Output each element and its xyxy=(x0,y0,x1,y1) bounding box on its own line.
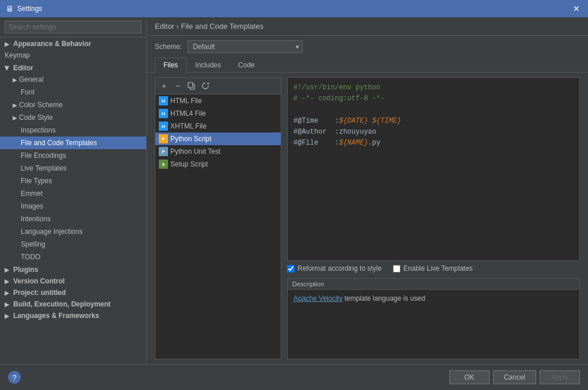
live-templates-label: Enable Live Templates xyxy=(403,264,473,272)
sidebar-item-live-templates[interactable]: Live Templates xyxy=(0,162,146,175)
help-button[interactable]: ? xyxy=(8,371,21,384)
html4-icon: H xyxy=(159,109,168,118)
file-item-label: HTML File xyxy=(170,97,202,105)
tabs-row: Files Includes Code xyxy=(147,58,588,73)
sidebar-item-spelling[interactable]: Spelling xyxy=(0,238,146,251)
sidebar-item-file-encodings[interactable]: File Encodings xyxy=(0,149,146,162)
reformat-checkbox[interactable] xyxy=(287,265,295,272)
setup-icon: S xyxy=(159,160,168,169)
search-input[interactable] xyxy=(5,21,142,33)
window-title: Settings xyxy=(17,5,571,13)
sidebar-item-version-control[interactable]: ▶ Version Control xyxy=(0,275,146,286)
code-editor[interactable]: #!/usr/bin/env python # -*- coding:utf-8… xyxy=(287,77,580,261)
sidebar-item-editor[interactable]: ▶ Editor xyxy=(0,62,146,73)
description-section: Description Apache Velocity template lan… xyxy=(287,278,580,359)
sidebar-item-images[interactable]: Images xyxy=(0,200,146,213)
list-item[interactable]: H XHTML File xyxy=(155,120,281,132)
arrow-icon: ▶ xyxy=(4,66,10,70)
file-item-label: HTML4 File xyxy=(170,109,206,118)
sidebar-item-color-scheme[interactable]: ▶ Color Scheme xyxy=(0,99,146,111)
file-item-label: Python Script xyxy=(170,135,211,143)
sidebar-item-file-types[interactable]: File Types xyxy=(0,175,146,187)
live-templates-checkbox[interactable] xyxy=(393,265,400,272)
sidebar-item-inspections[interactable]: Inspections xyxy=(0,124,146,137)
svg-rect-1 xyxy=(188,82,193,88)
reset-template-button[interactable] xyxy=(199,79,212,92)
reformat-checkbox-label[interactable]: Reformat according to style xyxy=(287,264,381,272)
files-panel: + − xyxy=(147,73,588,364)
scheme-row: Scheme: Default Project xyxy=(147,36,588,58)
tab-files[interactable]: Files xyxy=(155,58,186,73)
code-line xyxy=(293,104,574,115)
file-item-label: Setup Script xyxy=(170,160,208,168)
sidebar-item-intentions[interactable]: Intentions xyxy=(0,213,146,225)
ok-button[interactable]: OK xyxy=(449,370,490,384)
tab-code[interactable]: Code xyxy=(230,58,264,72)
file-item-label: XHTML File xyxy=(170,122,207,130)
list-item[interactable]: P Python Unit Test xyxy=(155,145,281,158)
add-template-button[interactable]: + xyxy=(158,79,170,92)
tab-includes[interactable]: Includes xyxy=(186,58,230,72)
bottom-bar: ? OK Cancel Apply xyxy=(0,364,588,390)
sidebar-item-appearance[interactable]: ▶ Appearance & Behavior xyxy=(0,37,146,49)
sidebar-item-code-style[interactable]: ▶ Code Style xyxy=(0,111,146,124)
content-area: Editor › File and Code Templates Scheme:… xyxy=(147,17,588,364)
copy-template-button[interactable] xyxy=(185,79,198,92)
sidebar-item-language-injections[interactable]: Language Injections xyxy=(0,225,146,238)
html-icon: H xyxy=(159,96,168,105)
remove-template-button[interactable]: − xyxy=(171,79,184,92)
reformat-label: Reformat according to style xyxy=(297,264,381,272)
sidebar-item-emmet[interactable]: Emmet xyxy=(0,187,146,200)
sidebar-item-file-code-templates[interactable]: File and Code Templates xyxy=(0,137,146,149)
arrow-icon: ▶ xyxy=(13,115,17,121)
arrow-icon: ▶ xyxy=(13,77,17,83)
description-text: template language is used xyxy=(342,294,425,302)
py-icon: P xyxy=(159,134,168,143)
cancel-button[interactable]: Cancel xyxy=(493,370,536,384)
code-line: # -*- coding:utf-8 -*- xyxy=(293,93,574,104)
sidebar-item-todo[interactable]: TODO xyxy=(0,251,146,263)
live-templates-checkbox-label[interactable]: Enable Live Templates xyxy=(393,264,473,272)
search-box xyxy=(0,17,146,37)
sidebar-item-plugins[interactable]: ▶ Plugins xyxy=(0,263,146,275)
description-title: Description xyxy=(288,279,579,290)
arrow-icon: ▶ xyxy=(5,313,9,319)
sidebar: ▶ Appearance & Behavior Keymap ▶ Editor … xyxy=(0,17,147,364)
app-icon: 🖥 xyxy=(6,4,14,13)
arrow-icon: ▶ xyxy=(13,102,17,108)
breadcrumb: Editor › File and Code Templates xyxy=(147,17,588,36)
options-row: Reformat according to style Enable Live … xyxy=(287,261,580,276)
arrow-icon: ▶ xyxy=(5,267,9,273)
xhtml-icon: H xyxy=(159,122,168,131)
close-button[interactable]: ✕ xyxy=(571,3,582,14)
code-line: #@File :${NAME}.py xyxy=(293,138,574,149)
arrow-icon: ▶ xyxy=(5,278,9,285)
list-item[interactable]: P Python Script xyxy=(155,132,281,145)
apache-velocity-link[interactable]: Apache Velocity xyxy=(293,294,342,302)
list-item[interactable]: H HTML4 File xyxy=(155,107,281,120)
code-line: #@Author :zhouyuyao xyxy=(293,127,574,138)
sidebar-item-font[interactable]: Font xyxy=(0,86,146,99)
file-list-panel: + − xyxy=(155,77,281,359)
file-list-toolbar: + − xyxy=(155,78,281,94)
file-item-label: Python Unit Test xyxy=(170,147,220,156)
file-list: H HTML File H HTML4 File H XHTML File xyxy=(155,94,281,359)
scheme-select[interactable]: Default Project xyxy=(188,40,303,53)
sidebar-item-project[interactable]: ▶ Project: untitled xyxy=(0,286,146,298)
scheme-label: Scheme: xyxy=(155,43,182,51)
code-line: #@Time :${DATE} ${TIME} xyxy=(293,116,574,127)
sidebar-item-build[interactable]: ▶ Build, Execution, Deployment xyxy=(0,298,146,309)
arrow-icon: ▶ xyxy=(5,301,9,308)
arrow-icon: ▶ xyxy=(5,290,9,296)
list-item[interactable]: S Setup Script xyxy=(155,158,281,171)
arrow-icon: ▶ xyxy=(5,41,9,47)
scheme-select-wrapper: Default Project xyxy=(188,40,303,53)
apply-button[interactable]: Apply xyxy=(540,370,580,384)
sidebar-item-keymap[interactable]: Keymap xyxy=(0,49,146,62)
list-item[interactable]: H HTML File xyxy=(155,94,281,107)
editor-area: #!/usr/bin/env python # -*- coding:utf-8… xyxy=(287,77,580,359)
unit-icon: P xyxy=(159,147,168,156)
sidebar-item-general[interactable]: ▶ General xyxy=(0,73,146,86)
code-line: #!/usr/bin/env python xyxy=(293,82,574,93)
sidebar-item-languages[interactable]: ▶ Languages & Frameworks xyxy=(0,309,146,321)
